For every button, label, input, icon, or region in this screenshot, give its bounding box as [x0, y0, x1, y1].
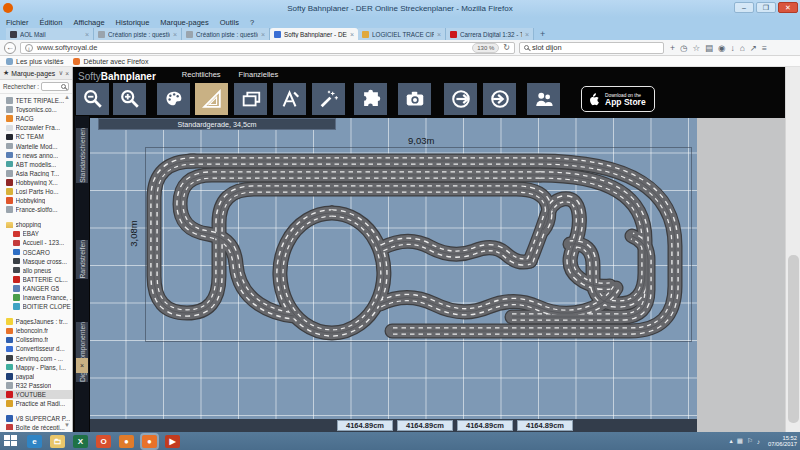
tray-expand-icon[interactable]: ▴	[729, 437, 732, 445]
browser-tab[interactable]: Carrera Digital 1:32 - Track ×	[446, 28, 534, 40]
library-icon[interactable]: ▤	[705, 43, 713, 53]
excel-icon[interactable]: X	[73, 435, 88, 448]
bookmark-item[interactable]: Inawera France, ...	[0, 293, 72, 302]
toolbar-button[interactable]	[354, 83, 387, 115]
tab-close-icon[interactable]: ×	[173, 31, 177, 38]
browser-orange-icon[interactable]: ●	[119, 435, 134, 448]
browser-tab[interactable]: Création piste : questions, cons ×	[182, 28, 270, 40]
toolbar-button[interactable]	[157, 83, 190, 115]
track-planner-canvas[interactable]: Standardgerade, 34,5cm 9,03m 3,08m	[90, 118, 697, 419]
toolbar-button[interactable]	[113, 83, 146, 115]
bookmark-item[interactable]: shopping	[0, 220, 72, 229]
site-info-icon[interactable]: i	[25, 44, 33, 52]
bookmark-item[interactable]: Servimg.com - ...	[0, 354, 72, 363]
bookmark-item[interactable]: Rccrawler Fra...	[0, 123, 72, 132]
reload-icon[interactable]: ↻	[503, 43, 510, 52]
bookmark-item[interactable]: R32 Passion	[0, 381, 72, 390]
track-category-tab[interactable]: Standardschienen	[76, 128, 88, 183]
bookmark-item[interactable]: Asia Racing T...	[0, 169, 72, 178]
toolbar-button[interactable]	[483, 83, 516, 115]
toolbar-button[interactable]	[76, 83, 109, 115]
bookmark-item[interactable]: RACG	[0, 114, 72, 123]
track-category-tab[interactable]: Digitalkomponenten	[76, 322, 88, 382]
menu-item[interactable]: Historique	[116, 18, 150, 27]
slot-car-track[interactable]	[92, 118, 697, 419]
bookmark-item[interactable]: allo pneus	[0, 266, 72, 275]
menu-item[interactable]: Fichier	[6, 18, 29, 27]
bookmark-item[interactable]: Toysonics.co...	[0, 105, 72, 114]
strip-close-button[interactable]: ×	[76, 358, 88, 373]
bookmark-item[interactable]: ABT modelis...	[0, 160, 72, 169]
bookmark-item[interactable]: Masque cross...	[0, 257, 72, 266]
internet-explorer-icon[interactable]: e	[27, 435, 42, 448]
bookmark-item[interactable]: Accueil - 123...	[0, 238, 72, 247]
zoom-level-badge[interactable]: 130 %	[472, 43, 499, 53]
bookmark-item[interactable]: Wartelle Mod...	[0, 141, 72, 150]
scroll-up-icon[interactable]: ▲	[64, 94, 70, 100]
history-icon[interactable]: ◷	[680, 43, 687, 53]
browser-tab[interactable]: AOL Mail ×	[6, 28, 94, 40]
bookmark-item[interactable]: V8 SUPERCAR P...	[0, 414, 72, 423]
toolbar-button[interactable]	[273, 83, 306, 115]
home-icon[interactable]: ⌂	[740, 43, 745, 53]
browser-tab[interactable]: Création piste : questions, cons ×	[94, 28, 182, 40]
star-icon[interactable]: ☆	[692, 43, 700, 53]
bookmark-item[interactable]: Boîte de récepti...	[0, 423, 72, 430]
toolbar-button[interactable]	[444, 83, 477, 115]
start-button[interactable]	[4, 435, 19, 447]
pocket-icon[interactable]: ◉	[718, 43, 725, 53]
bookmark-item[interactable]: TETE TRIPALE...	[0, 96, 72, 105]
download-icon[interactable]: ↓	[730, 43, 734, 53]
toolbar-button[interactable]	[398, 83, 431, 115]
bookmark-item[interactable]: Mappy - Plans, i...	[0, 363, 72, 372]
search-input[interactable]: slot dijon	[519, 42, 664, 54]
toolbar-button[interactable]	[234, 83, 267, 115]
office-icon[interactable]: O	[96, 435, 111, 448]
menu-item[interactable]: Affichage	[73, 18, 104, 27]
tab-close-icon[interactable]: ×	[525, 31, 529, 38]
minimize-button[interactable]: –	[734, 2, 754, 13]
track-category-tab[interactable]: Randstreifen	[76, 240, 88, 279]
bookmark-item[interactable]: Convertisseur d...	[0, 344, 72, 353]
bookmark-item[interactable]: BOITIER CLOPE ...	[0, 302, 72, 311]
tab-close-icon[interactable]: ×	[350, 31, 354, 38]
close-button[interactable]: ✕	[778, 2, 798, 13]
menu-item[interactable]: Édition	[40, 18, 63, 27]
browser-tab[interactable]: Softy Bahnplaner - DER Onli ×	[270, 28, 358, 40]
chevron-down-icon[interactable]: ∨	[58, 69, 63, 77]
new-tab-button[interactable]: +	[534, 28, 551, 40]
firefox-icon[interactable]: ●	[142, 435, 157, 448]
scrollbar-thumb[interactable]	[788, 255, 799, 423]
sidebar-close-icon[interactable]: ×	[65, 70, 69, 77]
toolbar-button[interactable]	[312, 83, 345, 115]
scroll-down-icon[interactable]: ▼	[64, 422, 70, 428]
menu-item[interactable]: Marque-pages	[160, 18, 208, 27]
tab-close-icon[interactable]: ×	[261, 31, 265, 38]
share-icon[interactable]: ↗	[750, 43, 757, 53]
bookmark-item[interactable]: YOUTUBE	[0, 390, 72, 399]
app-menu-item[interactable]: Rechtliches	[182, 70, 221, 79]
maximize-button[interactable]: ❐	[756, 2, 776, 13]
bookmark-item[interactable]: Hobbywing X...	[0, 178, 72, 187]
bookmark-item[interactable]: BATTERIE CL...	[0, 275, 72, 284]
bookmark-item[interactable]: paypal	[0, 372, 72, 381]
volume-icon[interactable]: ♪	[757, 438, 760, 445]
bookmark-item[interactable]: Losi Parts Ho...	[0, 187, 72, 196]
bookmarks-bar-item[interactable]: Les plus visités	[6, 58, 63, 65]
bookmark-item[interactable]: Colissimo.fr	[0, 335, 72, 344]
bookmark-item[interactable]: leboncoin.fr	[0, 326, 72, 335]
toolbar-button[interactable]	[527, 83, 560, 115]
taskbar-clock[interactable]: 15:52 07/06/2017	[764, 435, 797, 448]
page-scrollbar[interactable]	[785, 67, 800, 432]
bookmark-item[interactable]: OSCARO	[0, 248, 72, 257]
bookmark-item[interactable]: Practice at Radi...	[0, 399, 72, 408]
bookmark-item[interactable]: rc news anno...	[0, 151, 72, 160]
menu-icon[interactable]: ≡	[762, 43, 767, 53]
menu-item[interactable]: ?	[250, 18, 254, 27]
menu-item[interactable]: Outils	[220, 18, 239, 27]
url-bar[interactable]: i www.softyroyal.de 130 % ↻	[20, 42, 515, 54]
bookmark-item[interactable]: RC TEAM	[0, 132, 72, 141]
bookmark-item[interactable]: France-slotfo...	[0, 205, 72, 214]
sidebar-search-input[interactable]	[41, 82, 69, 91]
app-menu-item[interactable]: Finanzielles	[239, 70, 279, 79]
